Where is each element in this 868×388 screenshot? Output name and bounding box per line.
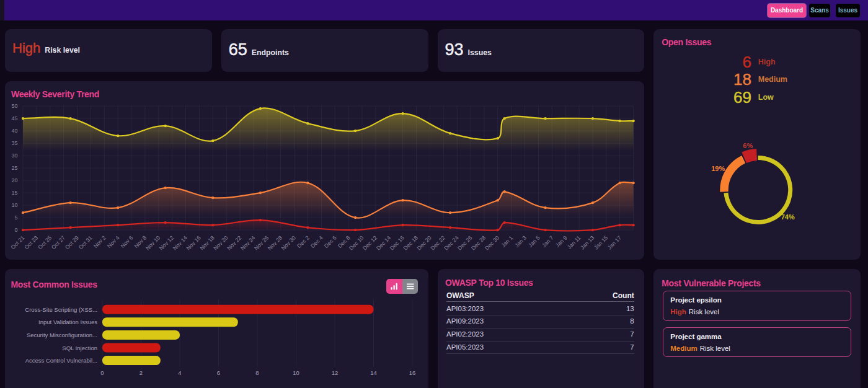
svg-text:Dec 24: Dec 24 [443,234,459,251]
svg-text:Security Misconfiguration...: Security Misconfiguration... [27,331,97,338]
svg-text:Dec 20: Dec 20 [416,234,433,251]
svg-text:Nov 4: Nov 4 [106,234,121,249]
svg-text:Nov 12: Nov 12 [158,234,175,251]
svg-text:Nov 20: Nov 20 [212,234,229,251]
svg-text:Oct 31: Oct 31 [78,234,94,250]
svg-text:Nov 30: Nov 30 [280,234,297,251]
svg-text:Jan 1: Jan 1 [500,234,514,249]
svg-text:0: 0 [14,227,17,233]
svg-text:Dec 14: Dec 14 [375,234,392,251]
svg-text:Jan 15: Jan 15 [593,234,609,250]
svg-text:Oct 21: Oct 21 [10,234,26,250]
svg-text:6: 6 [217,369,220,376]
svg-text:Jan 7: Jan 7 [541,234,555,249]
svg-text:0: 0 [100,369,104,376]
svg-text:Access Control Vulnerabil...: Access Control Vulnerabil... [25,357,97,364]
svg-text:Jan 13: Jan 13 [579,234,595,250]
svg-text:Nov 2: Nov 2 [92,234,107,249]
svg-text:14: 14 [370,369,377,376]
svg-text:6%: 6% [743,142,753,149]
svg-text:Nov 14: Nov 14 [172,234,188,251]
svg-text:4: 4 [178,369,181,376]
svg-text:2: 2 [140,369,143,376]
svg-text:Dec 22: Dec 22 [429,234,446,251]
svg-text:Oct 25: Oct 25 [37,234,53,250]
svg-text:Jan 5: Jan 5 [527,234,541,249]
svg-text:Nov 10: Nov 10 [144,234,161,251]
svg-text:Nov 22: Nov 22 [226,234,242,251]
svg-text:10: 10 [11,202,17,208]
svg-text:Nov 28: Nov 28 [267,234,283,251]
svg-text:Nov 24: Nov 24 [239,234,256,251]
svg-text:15: 15 [11,190,17,196]
svg-text:Cross-Site Scripting (XSS...: Cross-Site Scripting (XSS... [25,306,97,312]
svg-text:Dec 12: Dec 12 [361,234,378,251]
svg-text:Dec 4: Dec 4 [309,234,324,249]
svg-text:16: 16 [409,369,416,376]
svg-text:SQL Injection: SQL Injection [62,344,97,351]
svg-text:50: 50 [11,103,17,109]
svg-text:Dec 6: Dec 6 [323,234,338,249]
svg-text:40: 40 [11,128,17,134]
svg-text:Nov 16: Nov 16 [185,234,202,251]
svg-text:Oct 29: Oct 29 [64,234,80,250]
svg-text:Dec 10: Dec 10 [348,234,365,251]
svg-text:Nov 26: Nov 26 [253,234,270,251]
svg-text:Nov 6: Nov 6 [120,234,135,249]
svg-text:10: 10 [293,369,299,376]
svg-text:12: 12 [332,369,339,376]
svg-text:30: 30 [11,152,17,159]
svg-text:Nov 18: Nov 18 [198,234,215,251]
svg-text:Dec 28: Dec 28 [470,234,487,251]
svg-text:8: 8 [255,369,259,376]
svg-text:25: 25 [11,165,17,171]
svg-text:19%: 19% [711,164,725,172]
svg-text:Dec 2: Dec 2 [296,234,311,249]
svg-text:20: 20 [11,177,17,183]
svg-text:Jan 17: Jan 17 [606,234,622,250]
svg-text:Input Validation Issues: Input Validation Issues [38,319,97,325]
svg-text:45: 45 [11,115,17,121]
svg-text:Jan 11: Jan 11 [566,234,582,250]
svg-text:35: 35 [11,140,17,146]
svg-text:Dec 30: Dec 30 [484,234,500,251]
svg-text:Jan 3: Jan 3 [513,234,528,249]
svg-text:Oct 27: Oct 27 [50,234,66,250]
svg-text:Dec 18: Dec 18 [402,234,419,251]
svg-text:Dec 26: Dec 26 [456,234,473,251]
svg-text:74%: 74% [781,213,795,221]
svg-text:Dec 16: Dec 16 [389,234,405,251]
svg-text:5: 5 [14,214,17,221]
svg-text:Oct 23: Oct 23 [23,234,39,250]
